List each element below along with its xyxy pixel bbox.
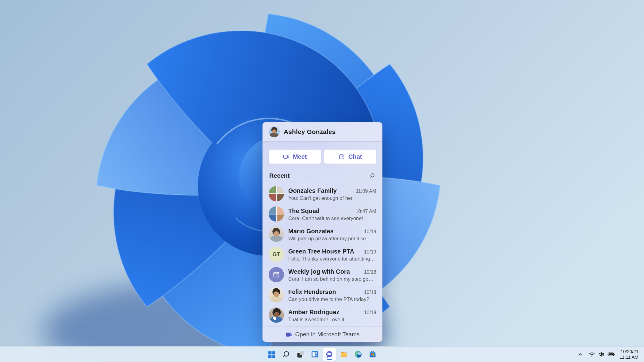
system-tray: 10/20/21 11:11 AM [576, 347, 644, 362]
teams-logo-icon: T [286, 331, 292, 338]
conversation-row-weekly-jog[interactable]: Weekly jog with Cora 10/18 Cora: I am so… [263, 265, 382, 285]
conversation-time: 10/18 [364, 310, 376, 315]
microsoft-store-button[interactable] [365, 348, 380, 361]
calendar-icon [269, 267, 284, 282]
task-view-button[interactable] [293, 348, 308, 361]
widgets-button[interactable] [308, 348, 322, 361]
tray-chevron-icon[interactable] [576, 349, 585, 359]
open-in-teams-button[interactable]: T Open in Microsoft Teams [263, 326, 382, 342]
avatar [269, 126, 280, 137]
svg-text:T: T [287, 333, 289, 336]
recent-header: Recent [263, 172, 382, 179]
conversation-name: Green Tree House PTA [288, 248, 362, 255]
tray-status-icons[interactable] [587, 349, 617, 359]
windows-desktop: { "teams_flyout": { "user": { "name": "A… [0, 0, 644, 362]
conversation-time: 10/19 [364, 249, 376, 255]
meet-label: Meet [293, 153, 307, 160]
group-avatar [269, 186, 284, 201]
conversation-name: Gonzales Family [288, 187, 354, 194]
file-explorer-button[interactable] [336, 348, 351, 361]
conversation-name: Felix Henderson [288, 288, 362, 295]
conversation-time: 10/18 [364, 290, 376, 295]
conversation-preview: Cora: I am so behind on my step goals. [288, 276, 376, 282]
recent-title: Recent [269, 172, 370, 179]
teams-chat-flyout: Ashley Gonzales Meet Chat Recent Gonzale… [263, 122, 382, 342]
taskbar-icons [264, 348, 380, 361]
user-name: Ashley Gonzales [284, 128, 336, 135]
conversation-preview: That is awesome! Love it! [288, 317, 376, 322]
chat-label: Chat [348, 153, 362, 160]
conversation-name: The Squad [288, 208, 353, 215]
conversation-row-gonzales-family[interactable]: Gonzales Family 11:09 AM You: Can’t get … [263, 184, 382, 204]
tray-time: 11:11 AM [620, 354, 638, 360]
video-camera-icon [283, 153, 290, 160]
group-avatar [269, 206, 284, 222]
quick-actions: Meet Chat [263, 150, 382, 164]
search-icon[interactable] [370, 173, 376, 179]
conversation-row-mario-gonzales[interactable]: Mario Gonzales 10/19 Will pick up pizza … [263, 224, 382, 244]
conversation-preview: Felix: Thanks everyone for attending tod… [288, 256, 376, 262]
conversation-preview: You: Can’t get enough of her. [288, 195, 376, 201]
volume-icon [598, 351, 605, 357]
flyout-header: Ashley Gonzales [263, 122, 382, 142]
compose-icon [338, 153, 345, 160]
meet-button[interactable]: Meet [269, 150, 321, 164]
conversation-row-the-squad[interactable]: The Squad 10:47 AM Cora: Can’t wait to s… [263, 204, 382, 224]
conversation-name: Weekly jog with Cora [288, 268, 362, 275]
initials-avatar: GT [269, 247, 284, 262]
open-in-teams-label: Open in Microsoft Teams [295, 331, 360, 338]
conversation-row-amber-rodriguez[interactable]: Amber Rodriguez 10/18 That is awesome! L… [263, 305, 382, 325]
conversation-name: Amber Rodriguez [288, 309, 362, 316]
conversation-time: 10:47 AM [355, 209, 376, 214]
conversation-row-green-tree-house-pta[interactable]: GT Green Tree House PTA 10/19 Felix: Tha… [263, 244, 382, 265]
taskbar-clock[interactable]: 10/20/21 11:11 AM [619, 348, 640, 361]
conversation-time: 11:09 AM [356, 189, 376, 194]
conversation-list: Gonzales Family 11:09 AM You: Can’t get … [263, 184, 382, 325]
battery-icon [608, 351, 615, 357]
taskbar: 10/20/21 11:11 AM [0, 346, 644, 362]
active-indicator [327, 359, 332, 360]
edge-button[interactable] [351, 348, 365, 361]
chat-button[interactable]: Chat [324, 150, 377, 164]
wifi-icon [588, 351, 595, 357]
tray-date: 10/20/21 [620, 349, 638, 354]
conversation-preview: Cora: Can’t wait to see everyone! [288, 215, 376, 221]
conversation-name: Mario Gonzales [288, 228, 362, 235]
conversation-time: 10/19 [364, 229, 376, 234]
avatar [269, 307, 284, 323]
avatar [269, 227, 284, 242]
conversation-preview: Can you drive me to the PTA today? [288, 296, 376, 302]
avatar [269, 287, 284, 303]
conversation-preview: Will pick up pizza after my practice. [288, 236, 376, 242]
chat-button-taskbar[interactable] [323, 348, 336, 361]
start-button[interactable] [264, 348, 279, 361]
search-button[interactable] [279, 348, 293, 361]
conversation-row-felix-henderson[interactable]: Felix Henderson 10/18 Can you drive me t… [263, 285, 382, 305]
conversation-time: 10/18 [364, 269, 376, 275]
